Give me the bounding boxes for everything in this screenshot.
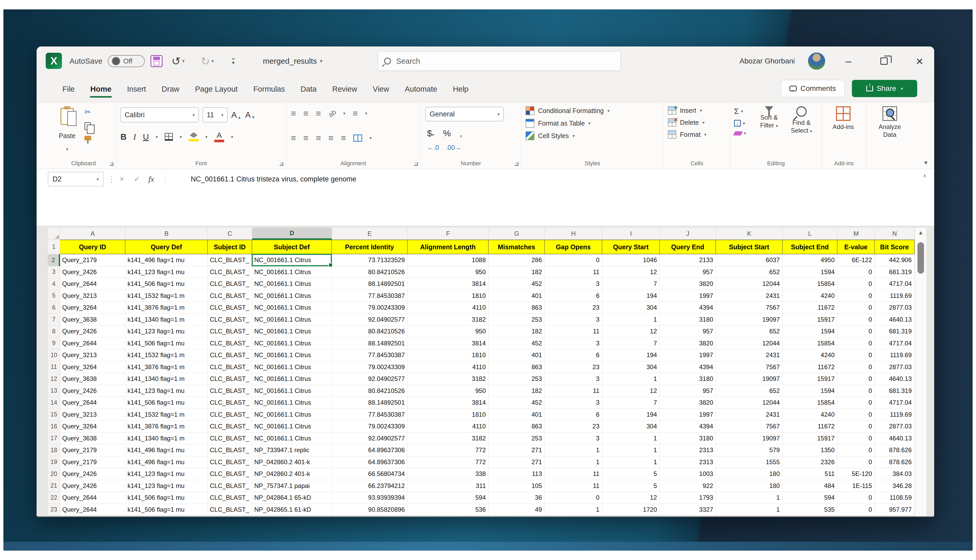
save-button[interactable] [150, 55, 162, 67]
cell-C10[interactable]: CLC_BLAST_ [208, 349, 252, 361]
cell-B6[interactable]: k141_3876 flag=1 m [125, 302, 208, 314]
cell-H14[interactable]: 3 [545, 397, 602, 409]
cell-B12[interactable]: k141_1340 flag=1 m [125, 373, 208, 385]
format-as-table-button[interactable]: Format as Table ▾ [525, 119, 610, 128]
cell-E23[interactable]: 90.85820896 [332, 504, 408, 516]
cell-A3[interactable]: Query_2426 [60, 266, 125, 278]
cell-D12[interactable]: NC_001661.1 Citrus [252, 373, 332, 385]
row-header-9[interactable]: 9 [48, 338, 60, 350]
cell-I2[interactable]: 1046 [602, 254, 660, 266]
cell-M4[interactable]: 0 [837, 278, 875, 290]
formula-bar-drag-icon[interactable]: ⋮ [108, 172, 115, 187]
cell-M7[interactable]: 0 [837, 314, 875, 326]
cell-M19[interactable]: 0 [837, 457, 875, 468]
cell-C2[interactable]: CLC_BLAST_ [208, 254, 252, 266]
cell-A13[interactable]: Query_2426 [60, 385, 125, 397]
cell-B3[interactable]: k141_123 flag=1 mu [125, 266, 208, 278]
sheet-header-cell[interactable]: Query Def [125, 240, 208, 254]
scroll-up-icon[interactable]: ▲ [915, 229, 927, 236]
delete-cells-button[interactable]: Delete ▾ [668, 118, 706, 127]
cell-L3[interactable]: 1594 [783, 266, 837, 278]
row-header-4[interactable]: 4 [48, 278, 60, 290]
collapse-formula-bar-button[interactable]: ˄ [923, 173, 926, 180]
name-box[interactable]: D2 ▾ [48, 172, 104, 187]
cell-N10[interactable]: 1119.69 [875, 349, 914, 361]
cell-L22[interactable]: 594 [783, 492, 837, 504]
excel-app-icon[interactable]: X [46, 53, 62, 69]
font-color-button[interactable]: A [214, 131, 224, 142]
cell-B22[interactable]: k141_506 flag=1 mu [125, 492, 208, 504]
cell-E5[interactable]: 77.84530387 [332, 290, 408, 302]
cell-G14[interactable]: 452 [489, 397, 545, 409]
cell-G22[interactable]: 36 [489, 492, 545, 504]
collapse-ribbon-button[interactable]: ▾ [924, 159, 928, 166]
cut-button[interactable]: ✂ [84, 107, 91, 117]
share-button[interactable]: Share ▾ [852, 80, 917, 97]
column-header-D[interactable]: D [252, 228, 332, 240]
cell-L9[interactable]: 15854 [783, 338, 837, 350]
cell-B11[interactable]: k141_3876 flag=1 m [125, 361, 208, 373]
cell-E21[interactable]: 66.23794212 [332, 480, 408, 492]
number-dialog-launcher-icon[interactable] [515, 162, 518, 166]
column-header-K[interactable]: K [716, 228, 783, 240]
spreadsheet-grid[interactable]: ABCDEFGHIJKLMN1Query IDQuery DefSubject … [48, 228, 914, 516]
cell-J12[interactable]: 3180 [660, 373, 716, 385]
cell-M8[interactable]: 0 [837, 325, 875, 338]
row-header-11[interactable]: 11 [48, 361, 60, 373]
cell-M16[interactable]: 0 [837, 421, 875, 433]
cell-D17[interactable]: NC_001661.1 Citrus [252, 433, 332, 445]
column-header-J[interactable]: J [660, 228, 716, 240]
cell-B7[interactable]: k141_1340 flag=1 m [125, 314, 208, 326]
cell-J18[interactable]: 2313 [660, 444, 716, 457]
cell-C11[interactable]: CLC_BLAST_ [208, 361, 252, 373]
row-header-16[interactable]: 16 [48, 421, 60, 433]
cell-G18[interactable]: 271 [489, 444, 545, 457]
cell-C19[interactable]: CLC_BLAST_ [208, 457, 252, 468]
cell-L6[interactable]: 11672 [783, 302, 837, 314]
cell-G7[interactable]: 253 [489, 314, 545, 326]
cell-N5[interactable]: 1119.69 [875, 290, 914, 302]
row-header-22[interactable]: 22 [48, 492, 60, 504]
cell-H20[interactable]: 11 [545, 468, 602, 480]
cell-D5[interactable]: NC_001661.1 Citrus [252, 290, 332, 302]
cell-K19[interactable]: 1555 [716, 457, 783, 468]
cell-A9[interactable]: Query_2644 [60, 338, 125, 350]
orientation-button[interactable]: ab [327, 108, 338, 119]
cell-J11[interactable]: 4394 [660, 361, 716, 373]
cell-K23[interactable]: 1 [716, 504, 783, 516]
fill-color-button[interactable] [189, 132, 199, 142]
cell-B18[interactable]: k141_496 flag=1 mu [125, 444, 208, 457]
cell-N21[interactable]: 346.28 [875, 480, 914, 492]
column-header-H[interactable]: H [545, 228, 602, 240]
autosum-button[interactable]: Σ▾ [734, 107, 746, 116]
align-center-button[interactable]: ≡ [303, 133, 309, 143]
cell-N22[interactable]: 1108.59 [875, 492, 914, 504]
cell-N23[interactable]: 957.977 [875, 504, 914, 516]
formula-input[interactable]: NC_001661.1 Citrus tristeza virus, compl… [191, 172, 356, 187]
percent-style-button[interactable]: % [443, 128, 451, 138]
sort-filter-button[interactable]: Sort &Filter ▾ [754, 106, 785, 130]
cell-L16[interactable]: 11672 [783, 421, 837, 433]
cell-H23[interactable]: 1 [545, 504, 602, 516]
decrease-indent-button[interactable]: ≡ [328, 133, 334, 143]
chevron-down-icon[interactable]: ▾ [343, 111, 345, 116]
cell-M6[interactable]: 0 [837, 302, 875, 314]
cell-B20[interactable]: k141_123 flag=1 mu [125, 468, 208, 480]
cell-H3[interactable]: 11 [545, 266, 602, 278]
cell-H8[interactable]: 11 [545, 325, 602, 338]
cell-G6[interactable]: 863 [489, 302, 545, 314]
cell-L20[interactable]: 511 [783, 468, 837, 480]
ribbon-tab[interactable]: Draw [161, 83, 180, 95]
cell-J21[interactable]: 922 [660, 480, 716, 492]
account-name[interactable]: Abozar Ghorbani [740, 47, 795, 76]
cancel-entry-icon[interactable]: × [120, 172, 124, 187]
cell-N12[interactable]: 4640.13 [875, 373, 914, 385]
cell-I10[interactable]: 194 [602, 349, 660, 361]
cell-F11[interactable]: 4110 [408, 361, 489, 373]
cell-F16[interactable]: 4110 [408, 421, 489, 433]
chevron-down-icon[interactable]: ▾ [206, 135, 207, 139]
row-header-20[interactable]: 20 [48, 468, 60, 480]
cell-H19[interactable]: 1 [545, 457, 602, 468]
cell-F13[interactable]: 950 [408, 385, 489, 397]
cell-E17[interactable]: 92.04902577 [332, 433, 408, 445]
